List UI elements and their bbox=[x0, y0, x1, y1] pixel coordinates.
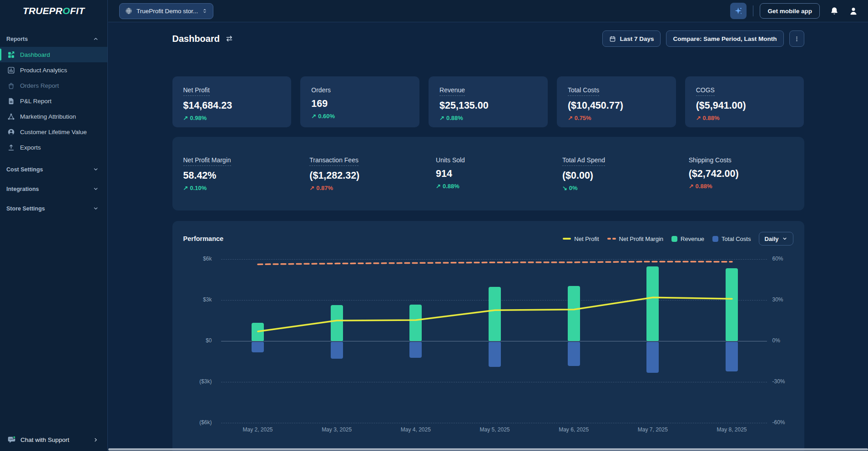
right-axis-label: 30% bbox=[772, 296, 783, 303]
left-axis-label: $3k bbox=[172, 296, 212, 303]
document-icon bbox=[7, 97, 15, 105]
compare-button[interactable]: Compare: Same Period, Last Month bbox=[666, 30, 783, 47]
total-costs-bar[interactable] bbox=[646, 342, 659, 373]
granularity-dropdown[interactable]: Daily bbox=[759, 232, 793, 246]
metric-delta: ↗0.88% bbox=[696, 115, 793, 121]
sidebar-item-p-l-report[interactable]: P&L Report bbox=[0, 93, 107, 109]
chevron-down-icon bbox=[782, 236, 788, 242]
revenue-bar[interactable] bbox=[489, 287, 501, 341]
refresh-icon[interactable] bbox=[225, 35, 233, 43]
chevron-down-icon bbox=[92, 166, 99, 173]
sidebar-item-marketing-attribution[interactable]: Marketing Attribution bbox=[0, 109, 107, 124]
sidebar-item-customer-lifetime-value[interactable]: Customer Lifetime Value bbox=[0, 124, 107, 140]
logo-text: TRUEPR bbox=[23, 5, 63, 16]
metric-label[interactable]: COGS bbox=[696, 86, 715, 96]
sidebar-item-label: P&L Report bbox=[20, 98, 51, 105]
store-selector[interactable]: TrueProfit Demo stor... bbox=[119, 3, 213, 19]
date-range-button[interactable]: Last 7 Days bbox=[602, 30, 661, 47]
metric-value: ($5,941.00) bbox=[696, 100, 793, 111]
metric-delta-value: 0.10% bbox=[190, 185, 207, 191]
revenue-bar[interactable] bbox=[409, 305, 422, 341]
dashboard-grid-icon bbox=[7, 51, 15, 59]
compare-label: Compare: Same Period, Last Month bbox=[673, 35, 777, 42]
right-axis-label: -30% bbox=[772, 378, 785, 385]
trueprofit-logo[interactable]: TRUEPROFIT bbox=[23, 5, 85, 16]
metric-label[interactable]: Net Profit Margin bbox=[183, 156, 231, 166]
metric-label: Units Sold bbox=[436, 156, 465, 164]
total-costs-bar[interactable] bbox=[409, 342, 422, 358]
sidebar-section-reports[interactable]: Reports bbox=[0, 32, 107, 46]
metric-card-total-ad-spend: Total Ad Spend($0.00)↘0% bbox=[551, 156, 678, 191]
performance-chart: $6k60%$3k30%$00%($3k)-30%($6k)-60%May 2,… bbox=[172, 221, 804, 451]
arrow-up-right-icon: ↗ bbox=[696, 115, 701, 121]
revenue-bar[interactable] bbox=[252, 323, 264, 341]
gridline bbox=[221, 382, 767, 382]
total-costs-bar[interactable] bbox=[568, 342, 580, 366]
logo-accent: O bbox=[62, 5, 70, 16]
share-network-icon bbox=[7, 113, 15, 120]
metric-delta: ↗0.87% bbox=[309, 185, 425, 191]
revenue-bar[interactable] bbox=[331, 305, 343, 341]
metric-card-orders: Orders169↗0.60% bbox=[300, 76, 419, 127]
more-options-button[interactable] bbox=[789, 30, 804, 47]
sidebar-item-dashboard[interactable]: Dashboard bbox=[0, 47, 107, 62]
metric-delta: ↗0.10% bbox=[183, 185, 299, 191]
sidebar-item-product-analytics[interactable]: Product Analytics bbox=[0, 62, 107, 78]
sidebar-item-orders-report[interactable]: Orders Report bbox=[0, 78, 107, 93]
gridline bbox=[221, 259, 767, 260]
total-costs-bar[interactable] bbox=[489, 342, 501, 367]
metric-label[interactable]: Revenue bbox=[439, 86, 465, 96]
metric-label[interactable]: Total Costs bbox=[568, 86, 599, 96]
metric-delta: ↗0.88% bbox=[689, 183, 804, 190]
metric-label: Shipping Costs bbox=[689, 156, 732, 164]
legend-item-net-profit[interactable]: Net Profit bbox=[563, 236, 599, 242]
arrow-up-right-icon: ↗ bbox=[689, 183, 694, 190]
topbar-actions: Get mobile app bbox=[730, 3, 868, 19]
revenue-bar[interactable] bbox=[568, 286, 580, 341]
ai-assistant-button[interactable] bbox=[730, 3, 747, 19]
right-axis-label: 60% bbox=[772, 256, 783, 262]
get-mobile-app-button[interactable]: Get mobile app bbox=[760, 3, 820, 19]
chevron-down-icon bbox=[92, 185, 99, 192]
metric-value: ($10,450.77) bbox=[568, 100, 665, 111]
gridline bbox=[221, 423, 767, 423]
revenue-bar[interactable] bbox=[726, 268, 738, 341]
legend-square-swatch bbox=[671, 236, 677, 242]
sparkle-icon bbox=[734, 6, 743, 15]
bell-icon[interactable] bbox=[830, 6, 839, 15]
total-costs-bar[interactable] bbox=[726, 342, 738, 371]
metric-label[interactable]: Net Profit bbox=[183, 86, 210, 96]
user-avatar[interactable] bbox=[849, 6, 858, 15]
metric-label[interactable]: Total Ad Spend bbox=[562, 156, 605, 166]
legend-item-total-costs[interactable]: Total Costs bbox=[712, 236, 751, 242]
metric-delta-value: 0.88% bbox=[696, 183, 712, 190]
revenue-bar[interactable] bbox=[646, 266, 659, 341]
metric-delta-value: 0.88% bbox=[446, 115, 463, 121]
total-costs-bar[interactable] bbox=[331, 342, 343, 359]
performance-panel: Performance Net ProfitNet Profit MarginR… bbox=[172, 221, 804, 451]
metric-card-revenue: Revenue$25,135.00↗0.88% bbox=[429, 76, 548, 127]
arrow-down-right-icon: ↘ bbox=[562, 185, 567, 191]
sidebar-section-store-settings[interactable]: Store Settings bbox=[0, 199, 107, 218]
sidebar-section-integrations[interactable]: Integrations bbox=[0, 179, 107, 199]
metric-card-transaction-fees: Transaction Fees($1,282.32)↗0.87% bbox=[298, 156, 425, 191]
metric-label[interactable]: Transaction Fees bbox=[309, 156, 358, 166]
granularity-label: Daily bbox=[764, 236, 778, 242]
chart-lines-overlay bbox=[172, 221, 804, 451]
total-costs-bar[interactable] bbox=[252, 342, 264, 352]
x-axis-label: May 8, 2025 bbox=[705, 426, 759, 433]
x-axis-label: May 7, 2025 bbox=[626, 426, 680, 433]
metric-cards-row-1: Net Profit$14,684.23↗0.98%Orders169↗0.60… bbox=[172, 76, 804, 127]
legend-item-net-profit-margin[interactable]: Net Profit Margin bbox=[607, 236, 664, 242]
person-circle-icon bbox=[7, 128, 15, 136]
gridline bbox=[221, 341, 767, 341]
metric-delta-value: 0.88% bbox=[703, 115, 720, 121]
chat-with-support[interactable]: Chat with Support bbox=[0, 436, 107, 444]
legend-item-revenue[interactable]: Revenue bbox=[671, 236, 704, 242]
x-axis-label: May 6, 2025 bbox=[546, 426, 601, 433]
sidebar-item-exports[interactable]: Exports bbox=[0, 140, 107, 155]
store-selector-label: TrueProfit Demo stor... bbox=[136, 8, 198, 15]
sidebar-section-cost-settings[interactable]: Cost Settings bbox=[0, 160, 107, 179]
chart-title: Performance bbox=[183, 235, 224, 242]
legend-label: Total Costs bbox=[722, 236, 751, 242]
